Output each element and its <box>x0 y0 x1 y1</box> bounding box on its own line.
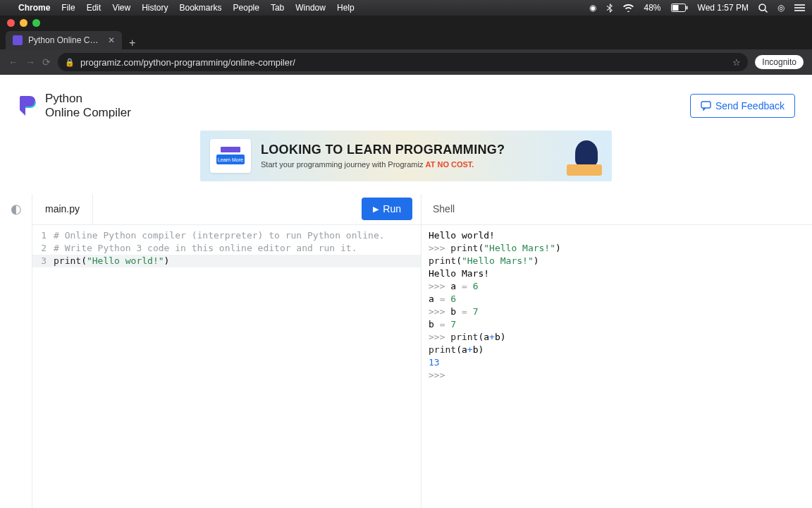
battery-icon[interactable] <box>671 4 688 12</box>
shell-line: print("Hello Mars!") <box>429 255 805 267</box>
run-label: Run <box>383 203 401 214</box>
window-zoom-button[interactable] <box>32 19 40 27</box>
banner-card-logo-icon <box>221 147 240 152</box>
send-feedback-button[interactable]: Send Feedback <box>690 94 795 118</box>
clock[interactable]: Wed 1:57 PM <box>698 3 749 13</box>
address-bar[interactable]: 🔒 programiz.com/python-programming/onlin… <box>58 53 748 71</box>
nav-forward-icon: → <box>25 56 35 68</box>
menu-file[interactable]: File <box>61 3 75 13</box>
shell-line: >>> b = 7 <box>429 306 805 318</box>
menu-tab[interactable]: Tab <box>271 3 284 13</box>
spotlight-icon[interactable] <box>758 4 768 13</box>
code-line: 3 print("Hello world!") <box>32 255 421 267</box>
shell-line: b = 7 <box>429 318 805 331</box>
svg-rect-1 <box>672 5 679 11</box>
menu-people[interactable]: People <box>233 3 259 13</box>
browser-tabbar: Python Online Compiler (Interp ✕ + <box>0 30 812 49</box>
code-line: 1 # Online Python compiler (interpreter)… <box>32 229 421 242</box>
shell-line: >>> a = 6 <box>429 280 805 293</box>
editor-panel: main.py ▶ Run 1 # Online Python compiler… <box>32 194 422 508</box>
line-number: 3 <box>32 255 54 267</box>
new-tab-button[interactable]: + <box>122 37 142 49</box>
browser-toolbar: ← → ⟳ 🔒 programiz.com/python-programming… <box>0 49 812 75</box>
svg-line-4 <box>765 10 768 13</box>
shell-line: >>> <box>429 369 805 382</box>
brand-text: Python Online Compiler <box>45 92 131 121</box>
banner-card: Learn More <box>210 139 251 173</box>
browser-tab[interactable]: Python Online Compiler (Interp ✕ <box>6 31 122 49</box>
lock-icon: 🔒 <box>65 58 75 67</box>
feedback-icon <box>701 101 711 111</box>
run-button[interactable]: ▶ Run <box>362 198 412 220</box>
brand-line1: Python <box>45 92 131 106</box>
menu-history[interactable]: History <box>142 3 168 13</box>
play-icon: ▶ <box>373 205 379 214</box>
control-center-icon[interactable] <box>794 4 805 12</box>
shell-line: print(a+b) <box>429 344 805 356</box>
shell-line: Hello world! <box>429 229 805 242</box>
svg-point-3 <box>759 4 765 11</box>
brand-line2: Online Compiler <box>45 106 131 120</box>
promo-banner[interactable]: Learn More LOOKING TO LEARN PROGRAMMING?… <box>200 131 612 181</box>
screen-record-icon[interactable]: ◉ <box>589 3 596 13</box>
wifi-icon[interactable] <box>623 4 634 12</box>
nav-back-icon[interactable]: ← <box>8 56 18 68</box>
feedback-label: Send Feedback <box>715 100 785 111</box>
url-text: programiz.com/python-programming/online-… <box>80 57 295 68</box>
svg-rect-2 <box>686 6 687 10</box>
macos-menubar: Chrome File Edit View History Bookmarks … <box>0 0 812 16</box>
code-editor[interactable]: 1 # Online Python compiler (interpreter)… <box>32 225 421 272</box>
menu-edit[interactable]: Edit <box>87 3 102 13</box>
svg-rect-8 <box>701 102 710 108</box>
shell-line: Hello Mars! <box>429 267 805 280</box>
shell-line: a = 6 <box>429 293 805 306</box>
theme-toggle-icon[interactable]: ◐ <box>11 201 22 217</box>
siri-icon[interactable]: ◎ <box>777 3 785 13</box>
menu-help[interactable]: Help <box>337 3 355 13</box>
incognito-badge: Incognito <box>755 55 804 69</box>
shell-line: 13 <box>429 356 805 369</box>
tab-title: Python Online Compiler (Interp <box>28 35 102 45</box>
code-line: 2 # Write Python 3 code in this online e… <box>32 242 421 255</box>
window-minimize-button[interactable] <box>20 19 27 27</box>
menu-view[interactable]: View <box>112 3 130 13</box>
shell-line: >>> print("Hello Mars!") <box>429 242 805 255</box>
bluetooth-icon[interactable] <box>606 4 613 13</box>
tab-close-icon[interactable]: ✕ <box>108 35 115 45</box>
left-toolbar: ◐ <box>0 194 32 508</box>
brand-logo-icon <box>17 95 37 117</box>
window-close-button[interactable] <box>7 19 15 27</box>
bookmark-star-icon[interactable]: ☆ <box>732 57 741 68</box>
shell-header: Shell <box>422 194 812 225</box>
menu-window[interactable]: Window <box>295 3 326 13</box>
shell-panel: Shell Hello world!>>> print("Hello Mars!… <box>422 194 812 508</box>
banner-learn-more-button[interactable]: Learn More <box>216 155 245 164</box>
tab-favicon-icon <box>13 35 23 45</box>
window-titlebar <box>0 16 812 30</box>
banner-illustration-icon <box>557 136 602 176</box>
menu-bookmarks[interactable]: Bookmarks <box>180 3 222 13</box>
shell-line: >>> print(a+b) <box>429 331 805 344</box>
banner-subtitle: Start your programming journey with Prog… <box>261 160 547 169</box>
shell-output[interactable]: Hello world!>>> print("Hello Mars!")prin… <box>422 225 812 386</box>
battery-percentage: 48% <box>644 3 660 13</box>
line-number: 1 <box>32 229 54 242</box>
nav-reload-icon[interactable]: ⟳ <box>42 56 51 68</box>
banner-title: LOOKING TO LEARN PROGRAMMING? <box>261 143 547 157</box>
editor-tab-main[interactable]: main.py <box>32 194 93 224</box>
app-menu[interactable]: Chrome <box>18 3 50 13</box>
editor-tabbar: main.py ▶ Run <box>32 194 421 225</box>
page-header: Python Online Compiler Send Feedback <box>0 75 812 131</box>
workspace: ◐ main.py ▶ Run 1 # Online Python compil… <box>0 194 812 508</box>
page-content: Python Online Compiler Send Feedback Lea… <box>0 75 812 508</box>
line-number: 2 <box>32 242 54 255</box>
